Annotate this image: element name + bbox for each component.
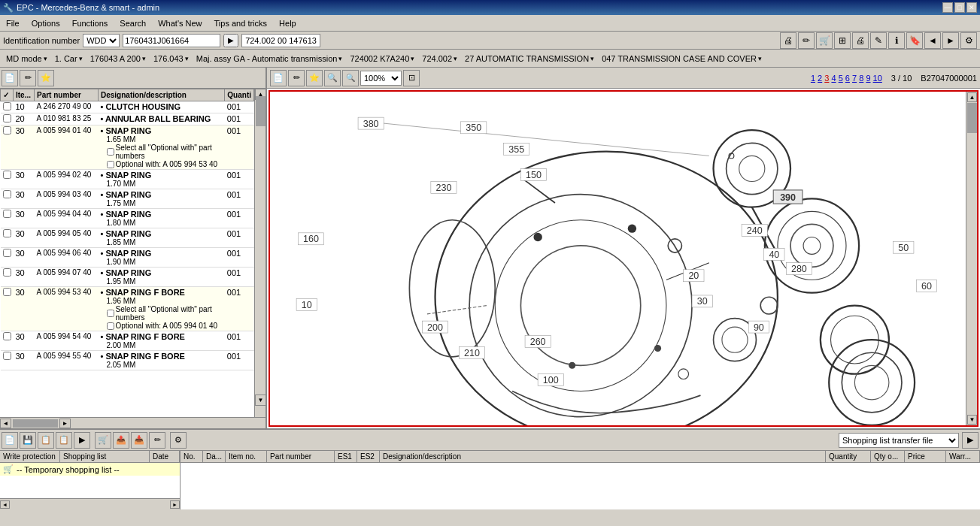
- table-row[interactable]: 30A 005 994 02 40• SNAP RING1.70 MM001: [1, 170, 254, 189]
- table-row[interactable]: 30A 005 994 06 40• SNAP RING1.90 MM001: [1, 248, 254, 268]
- page-5-link[interactable]: 5: [839, 74, 843, 83]
- diag-zoom-in-icon[interactable]: 🔍: [324, 70, 341, 86]
- page-1-link[interactable]: 1: [811, 74, 815, 83]
- diagram-vscrollbar[interactable]: ▲ ▼: [966, 92, 977, 425]
- shopping-scroll-right[interactable]: ►: [170, 500, 180, 509]
- bottom-import-icon[interactable]: 📥: [131, 432, 147, 449]
- bottom-doc-icon[interactable]: 📄: [2, 432, 18, 449]
- row-check[interactable]: [1, 170, 14, 189]
- diag-fullscreen-icon[interactable]: ⊡: [403, 70, 420, 86]
- table-row[interactable]: 30A 005 994 07 40• SNAP RING1.95 MM001: [1, 268, 254, 287]
- diag-zoom-out-icon[interactable]: 🔍: [342, 70, 359, 86]
- scroll-down-btn[interactable]: ▼: [255, 394, 265, 406]
- id-number-input[interactable]: [123, 34, 220, 47]
- row-check[interactable]: [1, 331, 14, 351]
- nav-assy[interactable]: Maj. assy GA - Automatic transmission ▾: [193, 53, 346, 65]
- transfer-select[interactable]: Shopping list transfer file: [839, 433, 959, 448]
- diag-edit-icon[interactable]: ✏: [288, 70, 305, 86]
- eraser-icon[interactable]: ✎: [870, 32, 887, 49]
- parts-h-scrollbar[interactable]: ◄ ►: [0, 417, 265, 428]
- print-icon[interactable]: 🖨: [780, 32, 796, 49]
- settings-icon[interactable]: ⚙: [960, 32, 977, 49]
- parts-edit-icon[interactable]: ✏: [20, 70, 36, 86]
- shopping-h-scrollbar[interactable]: ◄ ►: [0, 498, 180, 509]
- page-10-link[interactable]: 10: [873, 74, 882, 83]
- page-6-link[interactable]: 6: [845, 74, 850, 83]
- h-scroll-thumb[interactable]: [13, 419, 58, 428]
- diag-scroll-up[interactable]: ▲: [967, 92, 977, 102]
- right-icon[interactable]: ►: [942, 32, 959, 49]
- id-search-button[interactable]: ▶: [223, 34, 238, 47]
- edit-icon[interactable]: ✏: [798, 32, 815, 49]
- zoom-select[interactable]: 100% 50% 75% 125% 150% 200%: [360, 71, 402, 86]
- shopping-icon[interactable]: 🛒: [816, 32, 833, 49]
- menu-file[interactable]: File: [3, 17, 23, 29]
- nav-car[interactable]: 1. Car ▾: [52, 53, 86, 65]
- row-check[interactable]: [1, 248, 14, 268]
- menu-search[interactable]: Search: [117, 17, 149, 29]
- left-icon[interactable]: ◄: [924, 32, 941, 49]
- grid-icon[interactable]: ⊞: [834, 32, 851, 49]
- page-4-link[interactable]: 4: [831, 74, 836, 83]
- menu-functions[interactable]: Functions: [69, 17, 111, 29]
- table-row[interactable]: 30A 005 994 55 40• SNAP RING F BORE2.05 …: [1, 351, 254, 370]
- bottom-copy-icon[interactable]: 📋: [38, 432, 54, 449]
- parts-scrollbar[interactable]: ▲ ▼: [254, 89, 265, 417]
- parts-doc-icon[interactable]: 📄: [2, 70, 18, 86]
- bottom-shopping-icon[interactable]: 🛒: [95, 432, 111, 449]
- table-row[interactable]: 30A 005 994 05 40• SNAP RING1.85 MM001: [1, 228, 254, 248]
- id-mode-select[interactable]: WDD: [83, 34, 120, 47]
- shopping-scroll-left[interactable]: ◄: [0, 500, 10, 509]
- nav-case[interactable]: 047 TRANSMISSION CASE AND COVER ▾: [599, 53, 765, 65]
- bookmark-icon[interactable]: 🔖: [906, 32, 923, 49]
- transfer-go-icon[interactable]: ▶: [962, 432, 978, 449]
- diag-star-icon[interactable]: ⭐: [306, 70, 323, 86]
- bottom-export-icon[interactable]: 📤: [113, 432, 129, 449]
- shopping-list-temp-row[interactable]: 🛒 -- Temporary shopping list --: [0, 463, 180, 476]
- bottom-settings-icon[interactable]: ⚙: [170, 432, 187, 449]
- row-check[interactable]: [1, 268, 14, 287]
- row-check[interactable]: [1, 189, 14, 209]
- table-row[interactable]: 30A 005 994 01 40• SNAP RING1.65 MM Sele…: [1, 125, 254, 170]
- page-3-link[interactable]: 3: [824, 74, 829, 83]
- diag-scroll-down[interactable]: ▼: [967, 415, 977, 425]
- nav-176043[interactable]: 176043 A 200 ▾: [87, 53, 149, 65]
- table-row[interactable]: 20A 010 981 83 25• ANNULAR BALL BEARING0…: [1, 113, 254, 125]
- nav-mode[interactable]: MD mode ▾: [3, 53, 50, 65]
- bottom-arrow-icon[interactable]: ▶: [74, 432, 90, 449]
- print2-icon[interactable]: 🖨: [852, 32, 869, 49]
- page-8-link[interactable]: 8: [859, 74, 863, 83]
- bottom-paste-icon[interactable]: 📋: [56, 432, 72, 449]
- bottom-edit2-icon[interactable]: ✏: [149, 432, 165, 449]
- minimize-button[interactable]: —: [942, 2, 953, 13]
- parts-star-icon[interactable]: ⭐: [38, 70, 54, 86]
- restore-button[interactable]: □: [954, 2, 965, 13]
- table-row[interactable]: 30A 005 994 54 40• SNAP RING F BORE2.00 …: [1, 331, 254, 351]
- table-row[interactable]: 10A 246 270 49 00• CLUTCH HOUSING001: [1, 101, 254, 113]
- scroll-thumb[interactable]: [256, 96, 265, 126]
- table-row[interactable]: 30A 005 994 53 40• SNAP RING F BORE1.96 …: [1, 287, 254, 331]
- scroll-left-btn[interactable]: ◄: [0, 419, 11, 428]
- menu-whats-new[interactable]: What's New: [155, 17, 205, 29]
- nav-724002[interactable]: 724002 K7A240 ▾: [347, 53, 417, 65]
- info-icon[interactable]: ℹ: [888, 32, 905, 49]
- menu-help[interactable]: Help: [276, 17, 299, 29]
- close-button[interactable]: ✕: [966, 2, 977, 13]
- bottom-save-icon[interactable]: 💾: [20, 432, 36, 449]
- page-9-link[interactable]: 9: [866, 74, 870, 83]
- nav-724[interactable]: 724.002 ▾: [419, 53, 460, 65]
- nav-transmission[interactable]: 27 AUTOMATIC TRANSMISSION ▾: [462, 53, 597, 65]
- row-check[interactable]: [1, 351, 14, 370]
- page-7-link[interactable]: 7: [852, 74, 857, 83]
- row-check[interactable]: [1, 209, 14, 228]
- row-check[interactable]: [1, 101, 14, 113]
- row-check[interactable]: [1, 228, 14, 248]
- diag-doc-icon[interactable]: 📄: [270, 70, 287, 86]
- row-check[interactable]: [1, 287, 14, 331]
- scroll-right-btn[interactable]: ►: [59, 419, 71, 428]
- menu-tips[interactable]: Tips and tricks: [211, 17, 271, 29]
- row-check[interactable]: [1, 125, 14, 170]
- table-row[interactable]: 30A 005 994 03 40• SNAP RING1.75 MM001: [1, 189, 254, 209]
- table-row[interactable]: 30A 005 994 04 40• SNAP RING1.80 MM001: [1, 209, 254, 228]
- nav-176[interactable]: 176.043 ▾: [150, 53, 192, 65]
